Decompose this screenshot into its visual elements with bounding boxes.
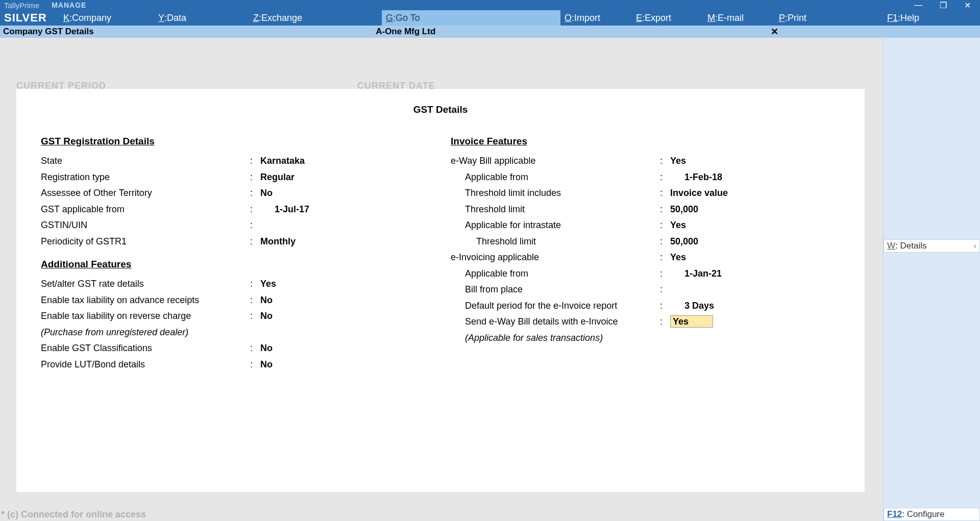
eway-intra-value[interactable]: Yes bbox=[670, 217, 840, 234]
window-controls: — ❐ ✕ bbox=[914, 0, 980, 10]
defp-value[interactable]: 3 Days bbox=[670, 298, 840, 314]
company-name: A-One Mfg Ltd bbox=[376, 27, 435, 37]
brand: TallyPrime bbox=[4, 1, 39, 10]
eway-from-label: Applicable from bbox=[451, 169, 660, 186]
eway-intra-thr-label: Threshold limit bbox=[451, 234, 660, 250]
gstfrom-label: GST applicable from bbox=[41, 202, 250, 218]
eway-inc-label: Threshold limit includes bbox=[451, 185, 660, 202]
menu-import[interactable]: O:Import bbox=[560, 10, 632, 26]
reg-heading: GST Registration Details bbox=[41, 136, 430, 147]
eway-label: e-Way Bill applicable bbox=[451, 153, 660, 169]
menu-email[interactable]: M:E-mail bbox=[703, 10, 775, 26]
minimize-icon[interactable]: — bbox=[914, 1, 922, 10]
gstin-label: GSTIN/UIN bbox=[41, 217, 250, 234]
class-value[interactable]: No bbox=[260, 340, 430, 357]
gst-details-form: GST Details GST Registration Details Sta… bbox=[16, 89, 865, 492]
eway-intra-label: Applicable for intrastate bbox=[451, 217, 660, 234]
status-bar: * (c) Connected for online access bbox=[0, 508, 883, 521]
gstfrom-value[interactable]: 1-Jul-17 bbox=[260, 202, 430, 218]
lut-value[interactable]: No bbox=[260, 357, 430, 373]
menu-goto[interactable]: G:Go To bbox=[382, 10, 560, 26]
regtype-value[interactable]: Regular bbox=[260, 169, 430, 186]
einv-value[interactable]: Yes bbox=[670, 250, 840, 266]
rp-details[interactable]: W: Details‹ bbox=[884, 239, 980, 253]
menu-print[interactable]: P:Print bbox=[775, 10, 846, 26]
eway-thr-value[interactable]: 50,000 bbox=[670, 202, 840, 218]
class-label: Enable GST Classifications bbox=[41, 340, 250, 357]
menu-export[interactable]: E:Export bbox=[632, 10, 703, 26]
send-label: Send e-Way Bill details with e-Invoice bbox=[451, 314, 660, 330]
regtype-label: Registration type bbox=[41, 169, 250, 186]
period-label: Periodicity of GSTR1 bbox=[41, 234, 250, 250]
left-column: GST Registration Details State:Karnataka… bbox=[41, 131, 430, 373]
einv-label: e-Invoicing applicable bbox=[451, 250, 660, 266]
rate-label: Set/alter GST rate details bbox=[41, 276, 250, 292]
inv-heading: Invoice Features bbox=[451, 136, 840, 147]
menu-company[interactable]: K:Company bbox=[59, 10, 154, 26]
menu-data[interactable]: Y:Data bbox=[154, 10, 249, 26]
breadcrumb: Company GST Details A-One Mfg Ltd ✕ bbox=[0, 26, 883, 38]
assessee-value[interactable]: No bbox=[260, 185, 430, 202]
rev-value[interactable]: No bbox=[260, 308, 430, 325]
menu-help[interactable]: F1:Help bbox=[883, 13, 980, 23]
defp-label: Default period for the e-Invoice report bbox=[451, 298, 660, 314]
rev-note: (Purchase from unregistered dealer) bbox=[41, 325, 250, 341]
bill-label: Bill from place bbox=[451, 282, 660, 298]
einv-from-label: Applicable from bbox=[451, 266, 660, 282]
form-title: GST Details bbox=[41, 104, 840, 115]
close-window-icon[interactable]: ✕ bbox=[964, 1, 971, 10]
state-label: State bbox=[41, 153, 250, 169]
right-column: Invoice Features e-Way Bill applicable:Y… bbox=[451, 131, 840, 373]
assessee-label: Assessee of Other Territory bbox=[41, 185, 250, 202]
manage-link[interactable]: MANAGE bbox=[52, 1, 86, 9]
workspace: CURRENT PERIOD CURRENT DATE GST Details … bbox=[0, 38, 883, 521]
send-value[interactable]: Yes bbox=[670, 315, 713, 328]
menu-exchange[interactable]: Z:Exchange bbox=[249, 10, 382, 26]
send-note: (Applicable for sales transactions) bbox=[451, 330, 660, 346]
lut-label: Provide LUT/Bond details bbox=[41, 357, 250, 373]
adv-label: Enable tax liability on advance receipts bbox=[41, 292, 250, 309]
maximize-icon[interactable]: ❐ bbox=[940, 1, 947, 10]
right-panel: W: Details‹ F12: Configure bbox=[883, 38, 980, 521]
edition: SILVER bbox=[4, 11, 59, 24]
close-icon[interactable]: ✕ bbox=[771, 26, 778, 37]
eway-thr-label: Threshold limit bbox=[451, 202, 660, 218]
menu-bar: SILVER K:Company Y:Data Z:Exchange G:Go … bbox=[0, 10, 883, 26]
title-bar: TallyPrime MANAGE bbox=[0, 0, 883, 10]
period-value[interactable]: Monthly bbox=[260, 234, 430, 250]
einv-from-value[interactable]: 1-Jan-21 bbox=[670, 266, 840, 282]
addl-heading: Additional Features bbox=[41, 259, 430, 270]
eway-inc-value[interactable]: Invoice value bbox=[670, 185, 840, 202]
screen-title: Company GST Details bbox=[0, 27, 94, 37]
rate-value[interactable]: Yes bbox=[260, 276, 430, 292]
bill-value[interactable] bbox=[670, 282, 840, 298]
eway-value[interactable]: Yes bbox=[670, 153, 840, 169]
gstin-value[interactable] bbox=[260, 217, 430, 234]
rp-configure[interactable]: F12: Configure bbox=[884, 508, 980, 521]
adv-value[interactable]: No bbox=[260, 292, 430, 309]
eway-intra-thr-value[interactable]: 50,000 bbox=[670, 234, 840, 250]
state-value[interactable]: Karnataka bbox=[260, 153, 430, 169]
rev-label: Enable tax liability on reverse charge bbox=[41, 308, 250, 325]
eway-from-value[interactable]: 1-Feb-18 bbox=[670, 169, 840, 186]
